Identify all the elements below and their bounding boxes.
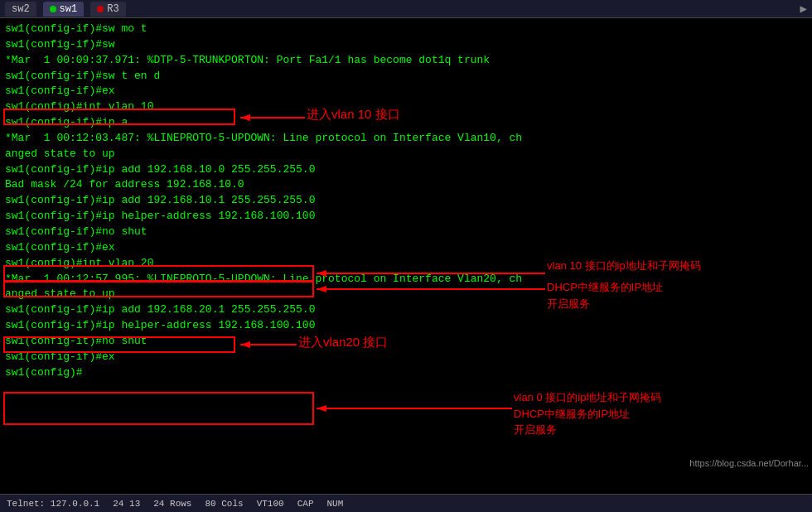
scroll-right-icon[interactable]: ▶ [800,2,807,16]
line-22: sw1(config-if)#ex [5,350,807,365]
line-4: sw1(config-if)#sw t en d [5,69,807,85]
line-7: sw1(config-if)#ip a [5,115,807,131]
line-19: sw1(config-if)#ip add 192.168.20.1 255.2… [5,302,807,318]
tab-sw1[interactable]: sw1 [43,2,85,17]
line-13: sw1(config-if)#ip helper-address 192.168… [5,209,807,225]
line-16: sw1(config)#int vlan 20 [5,256,807,272]
line-23: sw1(config)# [5,365,807,381]
line-3: *Mar 1 00:09:37.971: %DTP-5-TRUNKPORTON:… [5,53,807,69]
line-5: sw1(config-if)#ex [5,84,807,99]
line-2: sw1(config-if)#sw [5,37,807,53]
terminal: sw1(config-if)#sw mo t sw1(config-if)#sw… [0,18,812,490]
line-9: anged state to up [5,147,807,162]
connection-info: Telnet: 127.0.0.1 [7,499,99,509]
title-bar: sw2 sw1 R3 ▶ [0,0,812,18]
line-11: Bad mask /24 for address 192.168.10.0 [5,177,807,193]
sw1-dot [50,6,56,12]
status-bar: Telnet: 127.0.0.1 24 13 24 Rows 80 Cols … [0,494,812,512]
r3-dot [97,6,104,12]
line-18: anged state to up [5,287,807,302]
vt-info: VT100 [257,499,284,509]
r3-label: R3 [107,3,118,15]
line-14: sw1(config-if)#no shut [5,225,807,240]
sw1-label: sw1 [60,3,78,15]
num-info: NUM [327,499,344,509]
line-6: sw1(config)#int vlan 10 [5,99,807,115]
annotation-vlan20-ip: vlan 0 接口的ip地址和子网掩码DHCP中继服务的IP地址开启服务 [514,389,661,438]
tab-r3[interactable]: R3 [90,2,125,17]
line-15: sw1(config-if)#ex [5,240,807,256]
line-20: sw1(config-if)#ip helper-address 192.168… [5,318,807,334]
watermark: https://blog.csda.net/Dorhar... [689,457,809,471]
col-info: 24 13 [113,499,140,509]
rows-info: 24 Rows [153,499,191,509]
tab-sw2[interactable]: sw2 [5,2,36,17]
sw2-label: sw2 [12,3,30,15]
line-8: *Mar 1 00:12:03.487: %LINEPROTO-5-UPDOWN… [5,131,807,147]
line-12: sw1(config-if)#ip add 192.168.10.1 255.2… [5,193,807,209]
line-10: sw1(config-if)#ip add 192.168.10.0 255.2… [5,162,807,178]
cols-info: 80 Cols [205,499,243,509]
redbox-ip20 [3,392,314,425]
line-17: *Mar 1 00:12:57.995: %LINEPROTO-5-UPDOWN… [5,272,807,287]
line-21: sw1(config-it)#no shut [5,334,807,350]
line-1: sw1(config-if)#sw mo t [5,22,807,37]
cap-info: CAP [297,499,314,509]
